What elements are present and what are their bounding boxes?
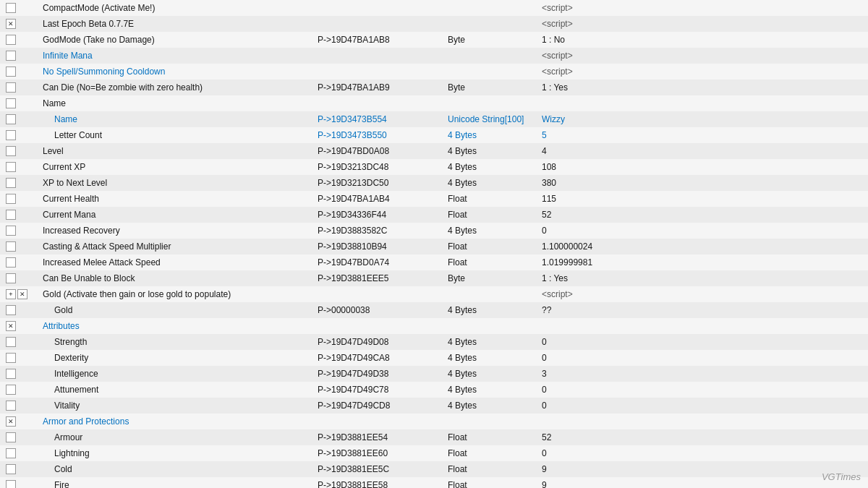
address-text: P->19D3473B550: [318, 130, 387, 140]
checkbox[interactable]: [6, 146, 16, 156]
table-row[interactable]: LightningP->19D3881EE60Float0: [0, 445, 868, 461]
checkbox[interactable]: [6, 480, 16, 488]
address-text: P->19D3883582C: [318, 226, 387, 236]
checkbox[interactable]: [6, 353, 16, 363]
table-row[interactable]: CompactMode (Activate Me!)<script>: [0, 0, 868, 16]
checkbox-cell[interactable]: [0, 239, 40, 254]
table-row[interactable]: StrengthP->19D47D49D084 Bytes0: [0, 334, 868, 350]
checkbox-cell[interactable]: [0, 286, 40, 302]
table-row[interactable]: Increased RecoveryP->19D3883582C4 Bytes0: [0, 223, 868, 239]
table-row[interactable]: ArmourP->19D3881EE54Float52: [0, 429, 868, 445]
table-row[interactable]: NameP->19D3473B554Unicode String[100]Wiz…: [0, 111, 868, 127]
table-row[interactable]: XP to Next LevelP->19D3213DC504 Bytes380: [0, 175, 868, 191]
checkbox-cell[interactable]: [0, 95, 40, 111]
checkbox[interactable]: [6, 19, 16, 29]
table-row[interactable]: Name: [0, 95, 868, 111]
table-row[interactable]: Current ManaP->19D34336F44Float52: [0, 207, 868, 223]
checkbox[interactable]: [6, 464, 16, 474]
table-row[interactable]: Attributes: [0, 318, 868, 334]
table-row[interactable]: Can Be Unable to BlockP->19D3881EEE5Byte…: [0, 270, 868, 286]
checkbox-cell[interactable]: [0, 318, 40, 334]
checkbox-cell[interactable]: [0, 64, 40, 80]
checkbox-cell[interactable]: [0, 382, 40, 398]
checkbox-cell[interactable]: [0, 127, 40, 143]
checkbox-cell[interactable]: [0, 80, 40, 95]
table-row[interactable]: Letter CountP->19D3473B5504 Bytes5: [0, 127, 868, 143]
checkbox[interactable]: [6, 257, 16, 267]
table-row[interactable]: DexterityP->19D47D49CA84 Bytes0: [0, 350, 868, 366]
table-row[interactable]: Armor and Protections: [0, 414, 868, 429]
table-row[interactable]: Current HealthP->19D47BA1AB4Float115: [0, 191, 868, 207]
checkbox-cell[interactable]: [0, 366, 40, 382]
checkbox[interactable]: [6, 385, 16, 395]
checkbox-cell[interactable]: [0, 111, 40, 127]
checkbox[interactable]: [6, 241, 16, 252]
checkbox[interactable]: [6, 130, 16, 140]
type-text: Float: [448, 194, 467, 204]
checkbox[interactable]: [6, 448, 16, 458]
table-row[interactable]: No Spell/Summoning Cooldown<script>: [0, 64, 868, 80]
checkbox-cell[interactable]: [0, 445, 40, 461]
table-row[interactable]: VitalityP->19D47D49CD84 Bytes0: [0, 398, 868, 414]
table-row[interactable]: Casting & Attack Speed MultiplierP->19D3…: [0, 239, 868, 254]
table-row[interactable]: AttunementP->19D47D49C784 Bytes0: [0, 382, 868, 398]
table-row[interactable]: Current XPP->19D3213DC484 Bytes108: [0, 159, 868, 175]
checkbox-cell[interactable]: [0, 270, 40, 286]
checkbox[interactable]: [6, 98, 16, 108]
checkbox[interactable]: [6, 337, 16, 347]
checkbox[interactable]: [17, 289, 27, 299]
checkbox[interactable]: [6, 226, 16, 236]
checkbox-cell[interactable]: [0, 334, 40, 350]
checkbox[interactable]: [6, 305, 16, 315]
table-row[interactable]: ColdP->19D3881EE5CFloat9: [0, 461, 868, 477]
entry-name-text: Infinite Mana: [43, 51, 93, 61]
checkbox[interactable]: [6, 369, 16, 379]
table-row[interactable]: Can Die (No=Be zombie with zero health)P…: [0, 80, 868, 95]
checkbox-cell[interactable]: [0, 32, 40, 48]
checkbox[interactable]: [6, 401, 16, 411]
checkbox[interactable]: [6, 162, 16, 172]
checkbox[interactable]: [6, 321, 16, 331]
checkbox-cell[interactable]: [0, 191, 40, 207]
checkbox[interactable]: [6, 210, 16, 220]
checkbox[interactable]: [6, 114, 16, 124]
checkbox[interactable]: [6, 416, 16, 427]
expand-button[interactable]: [6, 289, 16, 299]
checkbox[interactable]: [6, 35, 16, 45]
checkbox-cell[interactable]: [0, 350, 40, 366]
checkbox[interactable]: [6, 432, 16, 442]
checkbox-cell[interactable]: [0, 0, 40, 16]
checkbox-cell[interactable]: [0, 175, 40, 191]
checkbox-cell[interactable]: [0, 16, 40, 32]
checkbox[interactable]: [6, 67, 16, 77]
table-row[interactable]: FireP->19D3881EE58Float9: [0, 477, 868, 488]
checkbox[interactable]: [6, 3, 16, 13]
table-row[interactable]: Infinite Mana<script>: [0, 48, 868, 64]
checkbox-cell[interactable]: [0, 302, 40, 318]
checkbox[interactable]: [6, 194, 16, 204]
checkbox[interactable]: [6, 82, 16, 93]
entry-name-text: No Spell/Summoning Cooldown: [43, 67, 165, 77]
table-row[interactable]: IntelligenceP->19D47D49D384 Bytes3: [0, 366, 868, 382]
table-row[interactable]: LevelP->19D47BD0A084 Bytes4: [0, 143, 868, 159]
checkbox-cell[interactable]: [0, 477, 40, 488]
table-row[interactable]: GodMode (Take no Damage)P->19D47BA1AB8By…: [0, 32, 868, 48]
table-row[interactable]: Gold (Activate then gain or lose gold to…: [0, 286, 868, 302]
table-row[interactable]: Last Epoch Beta 0.7.7E<script>: [0, 16, 868, 32]
checkbox[interactable]: [6, 51, 16, 61]
checkbox-cell[interactable]: [0, 414, 40, 429]
checkbox-cell[interactable]: [0, 254, 40, 270]
checkbox-cell[interactable]: [0, 48, 40, 64]
checkbox-cell[interactable]: [0, 159, 40, 175]
checkbox-cell[interactable]: [0, 143, 40, 159]
checkbox-cell[interactable]: [0, 207, 40, 223]
checkbox-cell[interactable]: [0, 398, 40, 414]
checkbox-cell[interactable]: [0, 429, 40, 445]
checkbox-cell[interactable]: [0, 223, 40, 239]
checkbox-cell[interactable]: [0, 461, 40, 477]
table-row[interactable]: GoldP->000000384 Bytes??: [0, 302, 868, 318]
table-row[interactable]: Increased Melee Attack SpeedP->19D47BD0A…: [0, 254, 868, 270]
checkbox[interactable]: [6, 273, 16, 283]
checkbox[interactable]: [6, 178, 16, 188]
entry-name-text: XP to Next Level: [43, 178, 107, 188]
